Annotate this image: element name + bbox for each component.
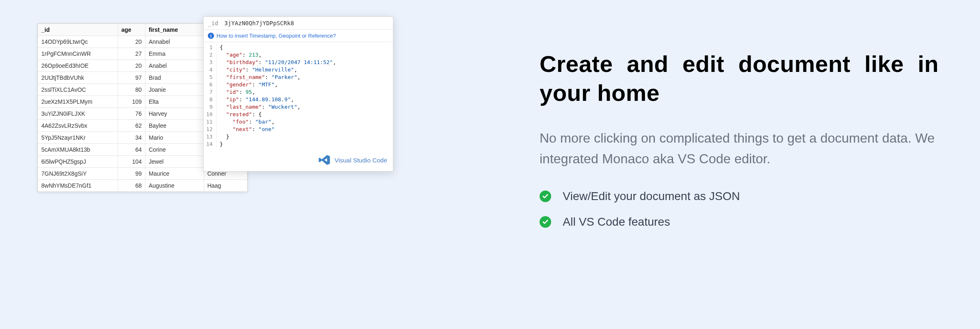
- cell-id: 1rPgFCMnnCinWR: [38, 48, 118, 60]
- table-row[interactable]: 8wNhYMsDE7nGf168AugustineHaag: [38, 180, 247, 192]
- cell-id: 2ueXzM1X5PLMym: [38, 96, 118, 108]
- code-editor[interactable]: 1234567891011121314 { "age": 213, "birth…: [204, 42, 393, 150]
- page-paragraph: No more clicking on complicated things t…: [540, 128, 939, 169]
- editor-help-link[interactable]: i How to insert Timestamp, Geopoint or R…: [204, 30, 393, 42]
- cell-id: 26Op9oeEd3hIOE: [38, 60, 118, 72]
- vscode-brand: Visual Studio Code: [204, 150, 393, 171]
- line-gutter: 1234567891011121314: [204, 44, 216, 148]
- cell-first-name: Emma: [145, 48, 204, 60]
- feature-list: View/Edit your document as JSON All VS C…: [540, 190, 939, 229]
- cell-first-name: Baylee: [145, 120, 204, 132]
- editor-help-text: How to insert Timestamp, Geopoint or Ref…: [216, 33, 336, 39]
- cell-age: 97: [118, 72, 145, 84]
- feature-item: All VS Code features: [540, 215, 939, 229]
- cell-id: 3uYiZJN0iFLJXK: [38, 108, 118, 120]
- cell-first-name: Corine: [145, 144, 204, 156]
- code-content: { "age": 213, "birthday": "11/20/2047 14…: [216, 44, 340, 148]
- vscode-brand-text: Visual Studio Code: [335, 157, 387, 164]
- cell-id: 2UtJtjTBdbVUhk: [38, 72, 118, 84]
- cell-age: 104: [118, 156, 145, 168]
- cell-age: 76: [118, 108, 145, 120]
- cell-age: 20: [118, 36, 145, 48]
- cell-first-name: Augustine: [145, 180, 204, 192]
- editor-id-value: 3jYAzN0Qh7jYDPpSCRk8: [224, 20, 294, 26]
- marketing-copy: Create and edit document like in your ho…: [490, 0, 980, 329]
- cell-last-name: Haag: [204, 180, 247, 192]
- vscode-icon: [318, 154, 331, 166]
- cell-id: 8wNhYMsDE7nGf1: [38, 180, 118, 192]
- feature-text: View/Edit your document as JSON: [563, 190, 740, 203]
- cell-first-name: Elta: [145, 96, 204, 108]
- cell-first-name: Annabel: [145, 36, 204, 48]
- cell-age: 27: [118, 48, 145, 60]
- cell-first-name: Mario: [145, 132, 204, 144]
- cell-id: 5cAmXMUA8kt13b: [38, 144, 118, 156]
- editor-id-label: _id: [208, 20, 224, 26]
- cell-first-name: Maurice: [145, 168, 204, 180]
- cell-age: 64: [118, 144, 145, 156]
- col-first-name: first_name: [145, 24, 204, 36]
- cell-age: 80: [118, 84, 145, 96]
- cell-age: 99: [118, 168, 145, 180]
- feature-text: All VS Code features: [563, 215, 670, 229]
- page-heading: Create and edit document like in your ho…: [540, 50, 939, 107]
- cell-first-name: Joanie: [145, 84, 204, 96]
- cell-first-name: Jewel: [145, 156, 204, 168]
- feature-item: View/Edit your document as JSON: [540, 190, 939, 203]
- cell-id: 6i5lwPQHZ5gspJ: [38, 156, 118, 168]
- cell-id: 4A62ZsvLRzSvbx: [38, 120, 118, 132]
- check-icon: [540, 191, 551, 202]
- info-icon: i: [208, 33, 214, 39]
- cell-age: 20: [118, 60, 145, 72]
- editor-card: _id 3jYAzN0Qh7jYDPpSCRk8 i How to insert…: [203, 17, 393, 172]
- col-age: age: [118, 24, 145, 36]
- cell-first-name: Brad: [145, 72, 204, 84]
- editor-id-row: _id 3jYAzN0Qh7jYDPpSCRk8: [204, 17, 393, 30]
- cell-age: 62: [118, 120, 145, 132]
- check-icon: [540, 216, 551, 228]
- cell-age: 68: [118, 180, 145, 192]
- cell-id: 2sslTiXLC1AvOC: [38, 84, 118, 96]
- screenshot-preview: _id age first_name last_na 14ODYp69LtwrQ…: [0, 0, 490, 329]
- cell-id: 14ODYp69LtwrQc: [38, 36, 118, 48]
- cell-id: 5YpJ5Nzayr1NKr: [38, 132, 118, 144]
- cell-age: 34: [118, 132, 145, 144]
- cell-first-name: Anabel: [145, 60, 204, 72]
- cell-id: 7GNJ69t2X8gSiY: [38, 168, 118, 180]
- cell-first-name: Harvey: [145, 108, 204, 120]
- cell-age: 109: [118, 96, 145, 108]
- col-id: _id: [38, 24, 118, 36]
